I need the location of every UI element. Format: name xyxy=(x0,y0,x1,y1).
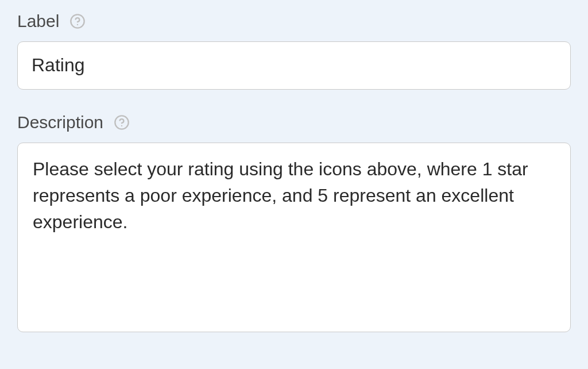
description-field-group: Description Please select your rating us… xyxy=(17,113,571,335)
label-field-title: Label xyxy=(17,11,59,31)
label-field-header: Label xyxy=(17,11,571,31)
help-icon[interactable] xyxy=(69,13,86,29)
description-textarea[interactable]: Please select your rating using the icon… xyxy=(17,143,571,332)
label-field-group: Label xyxy=(17,11,571,90)
description-field-header: Description xyxy=(17,113,571,132)
help-icon[interactable] xyxy=(114,114,130,130)
description-field-title: Description xyxy=(17,113,103,132)
label-input[interactable] xyxy=(17,41,571,90)
